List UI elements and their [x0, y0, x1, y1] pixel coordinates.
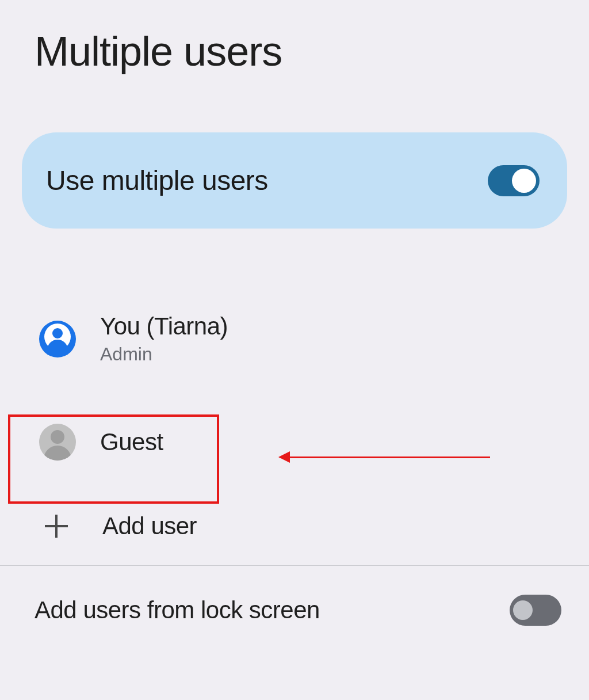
user-text: You (Tiarna) Admin	[100, 313, 228, 365]
page-title: Multiple users	[0, 0, 589, 75]
user-avatar-icon	[39, 321, 76, 357]
plus-icon	[45, 515, 68, 538]
annotation-highlight-box	[8, 414, 219, 504]
add-user-label: Add user	[102, 512, 197, 540]
current-user-name: You (Tiarna)	[100, 313, 228, 340]
use-multiple-users-label: Use multiple users	[46, 165, 268, 196]
current-user-role: Admin	[100, 344, 228, 365]
lock-screen-row[interactable]: Add users from lock screen	[0, 566, 589, 655]
toggle-thumb	[512, 169, 536, 193]
use-multiple-users-card[interactable]: Use multiple users	[22, 132, 567, 229]
toggle-thumb	[513, 600, 533, 620]
lock-screen-toggle[interactable]	[510, 595, 561, 626]
use-multiple-users-toggle[interactable]	[488, 165, 540, 196]
current-user-row[interactable]: You (Tiarna) Admin	[35, 298, 577, 380]
lock-screen-label: Add users from lock screen	[35, 596, 320, 624]
annotation-arrow	[280, 451, 490, 463]
